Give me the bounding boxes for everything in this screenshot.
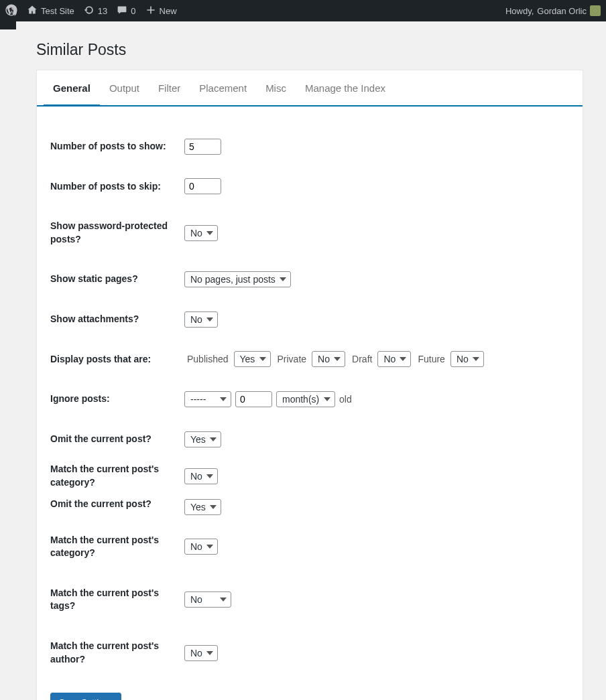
- comments-link[interactable]: 0: [117, 5, 135, 17]
- label-omit-current-1: Omit the current post?: [50, 419, 184, 460]
- admin-bar-right: Howdy, Gordan Orlic: [505, 5, 601, 16]
- select-match-category-1[interactable]: No: [184, 468, 218, 484]
- input-ignore-amount[interactable]: [235, 391, 272, 407]
- select-ignore-unit[interactable]: month(s): [276, 391, 335, 407]
- plus-icon: [145, 5, 156, 17]
- tab-filter[interactable]: Filter: [149, 70, 190, 107]
- select-match-category-2[interactable]: No: [184, 539, 218, 555]
- select-published[interactable]: Yes: [234, 351, 271, 367]
- settings-form-table: Number of posts to show: Number of posts…: [50, 127, 569, 679]
- input-num-skip[interactable]: [184, 178, 221, 194]
- select-future[interactable]: No: [450, 351, 484, 367]
- site-name-link[interactable]: Test Site: [27, 5, 74, 17]
- admin-bar: Test Site 13 0 New Howdy, Gordan Orlic: [0, 0, 606, 21]
- select-draft[interactable]: No: [377, 351, 411, 367]
- select-show-protected[interactable]: No: [184, 225, 218, 241]
- ignore-suffix: old: [339, 394, 352, 405]
- home-icon: [27, 5, 38, 17]
- admin-bar-left: Test Site 13 0 New: [5, 4, 177, 18]
- tab-general[interactable]: General: [44, 70, 100, 107]
- avatar: [590, 5, 601, 16]
- label-show-pages: Show static pages?: [50, 259, 184, 299]
- select-ignore-compare[interactable]: -----: [184, 391, 231, 407]
- new-content-link[interactable]: New: [145, 5, 177, 17]
- tab-placement[interactable]: Placement: [190, 70, 256, 107]
- label-match-category-1: Match the current post's category?: [50, 459, 184, 493]
- select-omit-current-2[interactable]: Yes: [184, 499, 221, 515]
- howdy-prefix: Howdy,: [505, 6, 534, 16]
- comments-count: 0: [131, 6, 135, 16]
- select-omit-current-1[interactable]: Yes: [184, 431, 221, 447]
- updates-link[interactable]: 13: [84, 5, 107, 17]
- label-omit-current-2: Omit the current post?: [50, 494, 184, 520]
- my-account-link[interactable]: Howdy, Gordan Orlic: [505, 5, 601, 16]
- tab-misc[interactable]: Misc: [256, 70, 296, 107]
- collapsed-sidebar-stub: [0, 21, 16, 29]
- comment-icon: [117, 5, 127, 17]
- label-draft: Draft: [352, 354, 372, 364]
- ignore-posts-group: ----- month(s) old: [184, 391, 562, 407]
- tab-manage-index[interactable]: Manage the Index: [296, 70, 395, 107]
- label-published: Published: [187, 354, 229, 364]
- label-ignore-posts: Ignore posts:: [50, 379, 184, 419]
- label-show-protected: Show password-protected posts?: [50, 206, 184, 259]
- label-match-author: Match the current post's author?: [50, 626, 184, 679]
- wordpress-icon: [5, 4, 17, 18]
- tab-list: General Output Filter Placement Misc Man…: [37, 70, 583, 107]
- updates-count: 13: [98, 6, 107, 16]
- tab-output[interactable]: Output: [100, 70, 149, 107]
- page-title: Similar Posts: [36, 35, 583, 62]
- label-match-category-2: Match the current post's category?: [50, 520, 184, 573]
- select-show-pages[interactable]: No pages, just posts: [184, 271, 291, 287]
- page-wrap: Similar Posts General Output Filter Plac…: [27, 28, 593, 700]
- label-display-status: Display posts that are:: [50, 340, 184, 380]
- new-label: New: [160, 6, 177, 16]
- input-num-show[interactable]: [184, 139, 221, 155]
- select-match-tags[interactable]: No: [184, 591, 231, 608]
- select-show-attachments[interactable]: No: [184, 311, 218, 328]
- save-button[interactable]: Save Settings: [50, 693, 121, 700]
- select-private[interactable]: No: [312, 351, 345, 367]
- label-num-skip: Number of posts to skip:: [50, 167, 184, 207]
- label-match-tags: Match the current post's tags?: [50, 573, 184, 626]
- label-private: Private: [278, 354, 307, 364]
- site-name-text: Test Site: [41, 6, 74, 16]
- label-num-show: Number of posts to show:: [50, 127, 184, 167]
- label-show-attachments: Show attachments?: [50, 299, 184, 340]
- update-icon: [84, 5, 95, 17]
- wp-logo[interactable]: [5, 4, 17, 18]
- settings-card: General Output Filter Placement Misc Man…: [36, 70, 583, 700]
- select-match-author[interactable]: No: [184, 645, 218, 661]
- user-display-name: Gordan Orlic: [537, 6, 587, 16]
- label-future: Future: [418, 354, 444, 364]
- display-status-group: Published Yes Private No Draft No Future…: [184, 351, 562, 367]
